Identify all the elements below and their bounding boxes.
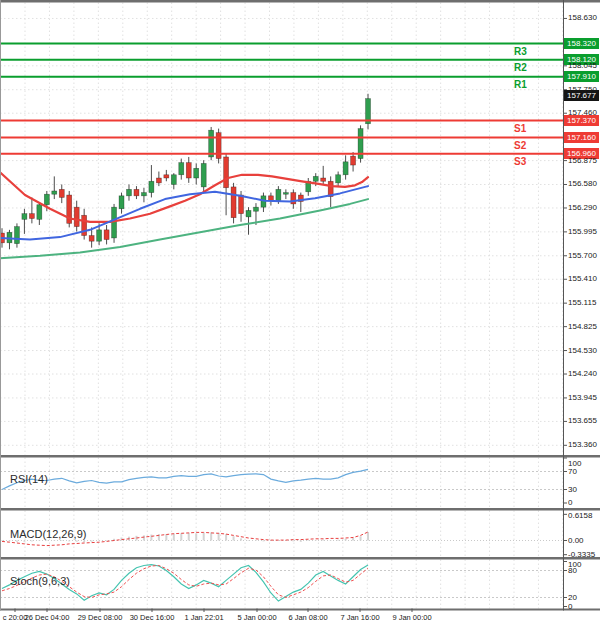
- macd-histogram-bar: [345, 539, 347, 541]
- bullish-candle: [112, 207, 117, 238]
- macd-histogram-bar: [165, 534, 167, 540]
- macd-histogram-bar: [352, 538, 354, 541]
- bearish-candle: [29, 214, 34, 219]
- macd-histogram-bar: [210, 532, 212, 540]
- macd-histogram-bar: [68, 541, 70, 542]
- macd-histogram-bar: [300, 541, 302, 542]
- bearish-candle: [74, 207, 79, 226]
- macd-histogram-bar: [76, 541, 78, 542]
- rsi-indicator-label[interactable]: RSI(14): [10, 473, 48, 485]
- pane-separator: [0, 0, 600, 3]
- macd-histogram-bar: [150, 535, 152, 541]
- bearish-candle: [186, 163, 191, 178]
- macd-histogram-bar: [46, 541, 48, 542]
- bearish-candle: [134, 189, 139, 195]
- bullish-candle: [37, 205, 42, 220]
- macd-histogram-bar: [307, 541, 309, 542]
- bullish-candle: [119, 196, 124, 209]
- bearish-candle: [164, 175, 169, 178]
- macd-histogram-bar: [23, 541, 25, 542]
- pane-separator: [0, 508, 600, 511]
- macd-histogram-bar: [292, 541, 294, 542]
- bullish-candle: [97, 230, 102, 241]
- macd-histogram-bar: [225, 534, 227, 540]
- bullish-candle: [246, 210, 251, 216]
- macd-histogram-bar: [233, 536, 235, 540]
- macd-histogram-bar: [8, 541, 10, 542]
- macd-histogram-bar: [16, 541, 18, 542]
- macd-histogram-bar: [337, 540, 339, 541]
- ma-red-line: [0, 172, 368, 222]
- macd-histogram-bar: [143, 535, 145, 540]
- bullish-candle: [343, 162, 348, 175]
- macd-histogram-bar: [98, 541, 100, 542]
- macd-histogram-bar: [315, 540, 317, 541]
- macd-histogram-bar: [322, 540, 324, 541]
- bullish-candle: [336, 175, 341, 183]
- macd-indicator-label[interactable]: MACD(12,26,9): [10, 528, 86, 540]
- macd-histogram-bar: [330, 541, 332, 542]
- rsi-line: [2, 469, 368, 489]
- bullish-candle: [276, 189, 281, 200]
- macd-histogram-bar: [121, 538, 123, 541]
- macd-histogram-bar: [195, 533, 197, 540]
- pane-separator: [0, 557, 600, 560]
- macd-histogram-bar: [83, 541, 85, 543]
- bullish-candle: [171, 175, 176, 185]
- macd-histogram-bar: [367, 532, 369, 541]
- macd-histogram-bar: [61, 541, 63, 542]
- macd-histogram-bar: [360, 536, 362, 540]
- bullish-candle: [14, 227, 19, 244]
- bullish-candle: [141, 193, 146, 196]
- bullish-candle: [313, 176, 318, 181]
- macd-histogram-bar: [203, 533, 205, 541]
- macd-histogram-bar: [248, 540, 250, 541]
- macd-histogram-bar: [106, 540, 108, 541]
- bullish-candle: [52, 191, 57, 194]
- macd-histogram-bar: [173, 534, 175, 541]
- macd-histogram-bar: [240, 538, 242, 540]
- bullish-candle: [179, 163, 184, 175]
- macd-histogram-bar: [1, 541, 3, 542]
- bearish-candle: [321, 178, 326, 181]
- bullish-candle: [126, 189, 131, 195]
- bearish-candle: [156, 178, 161, 183]
- bearish-candle: [239, 195, 244, 214]
- bullish-candle: [22, 214, 27, 220]
- chart-plot-area[interactable]: [0, 0, 600, 626]
- bullish-candle: [149, 181, 154, 192]
- pane-separator: [0, 455, 600, 458]
- stoch-indicator-label[interactable]: Stoch(9,6,3): [10, 575, 70, 587]
- trading-chart-window: RSI(14) MACD(12,26,9) Stoch(9,6,3) R3158…: [0, 0, 600, 626]
- macd-histogram-bar: [218, 533, 220, 541]
- bullish-candle: [201, 163, 206, 186]
- bullish-candle: [253, 207, 258, 211]
- bullish-candle: [44, 194, 49, 205]
- macd-histogram-bar: [53, 540, 55, 541]
- macd-histogram-bar: [262, 541, 264, 542]
- bearish-candle: [231, 187, 236, 218]
- bearish-candle: [59, 189, 64, 197]
- bullish-candle: [194, 168, 199, 178]
- macd-histogram-bar: [180, 533, 182, 540]
- bearish-candle: [104, 230, 109, 240]
- bullish-candle: [283, 193, 288, 195]
- bearish-candle: [351, 156, 356, 165]
- macd-histogram-bar: [38, 541, 40, 542]
- bearish-candle: [89, 236, 94, 242]
- bearish-candle: [224, 157, 229, 188]
- macd-histogram-bar: [31, 541, 33, 542]
- pane-separator: [0, 609, 600, 611]
- macd-histogram-bar: [255, 541, 257, 542]
- macd-histogram-bar: [91, 541, 93, 542]
- macd-histogram-bar: [188, 533, 190, 541]
